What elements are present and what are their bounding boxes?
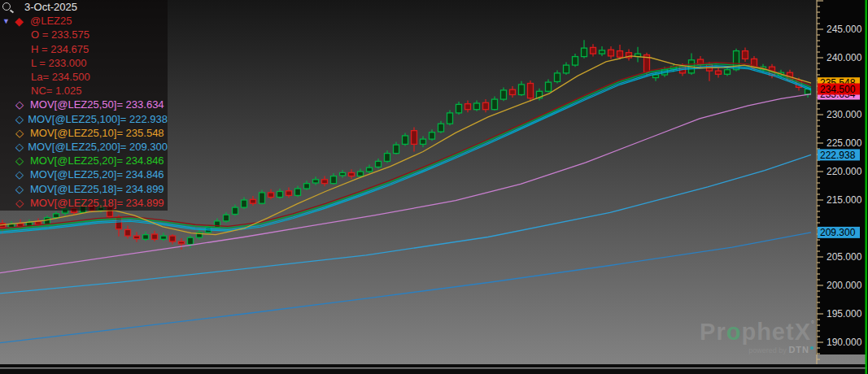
- study-diamond-icon: ◇: [15, 141, 28, 153]
- study-row[interactable]: ◇MOV[@LEZ25,20]= 234.846: [0, 167, 168, 181]
- study-label: MOV[@LEZ25,200]= 209.300: [28, 141, 168, 153]
- legend-symbol-row[interactable]: ▼ ◆ @LEZ25: [0, 14, 168, 28]
- study-row[interactable]: ◇MOV[@LEZ25,18]= 234.899: [0, 196, 168, 210]
- study-diamond-icon: ◇: [15, 127, 30, 139]
- axis-label: 225.000: [827, 137, 862, 149]
- svg-text:209.300: 209.300: [820, 227, 856, 238]
- study-label: MOV[@LEZ25,10]= 235.548: [30, 127, 164, 139]
- symbol-label: @LEZ25: [30, 15, 72, 27]
- study-row[interactable]: ◇MOV[@LEZ25,50]= 233.634: [0, 98, 168, 111]
- study-row[interactable]: ◇MOV[@LEZ25,100]= 222.938: [0, 112, 168, 126]
- study-row[interactable]: ◇MOV[@LEZ25,18]= 234.899: [0, 181, 168, 195]
- chart-window: 245.000240.000230.000225.000220.000215.0…: [0, 0, 868, 374]
- study-label: MOV[@LEZ25,18]= 234.899: [30, 183, 164, 195]
- ohlc-row: H = 234.675: [0, 42, 168, 56]
- svg-text:222.938: 222.938: [820, 150, 856, 161]
- legend-date-row: 3-Oct-2025: [0, 0, 168, 14]
- study-diamond-icon: ◇: [15, 168, 30, 180]
- study-label: MOV[@LEZ25,50]= 233.634: [30, 98, 164, 111]
- axis-label: 195.000: [827, 308, 862, 320]
- ohlc-row: NC= 1.025: [0, 84, 168, 98]
- study-diamond-icon: ◇: [15, 154, 30, 167]
- symbol-diamond-icon: ◆: [15, 15, 30, 28]
- axis-label: 205.000: [827, 251, 862, 263]
- brand-globe-icon: o: [726, 319, 742, 345]
- svg-text:234.500: 234.500: [820, 84, 856, 95]
- study-label: MOV[@LEZ25,100]= 222.938: [28, 113, 168, 125]
- zoom-tool-icon[interactable]: [2, 2, 11, 11]
- ohlc-readout: O = 233.575H = 234.675L = 233.000La= 234…: [0, 28, 168, 98]
- chart-legend: 3-Oct-2025 ▼ ◆ @LEZ25 O = 233.575H = 234…: [0, 0, 168, 211]
- session-date: 3-Oct-2025: [24, 1, 77, 13]
- study-diamond-icon: ◇: [15, 113, 28, 125]
- axis-label: 190.000: [827, 337, 862, 348]
- vendor-dot-icon: [810, 346, 813, 350]
- study-label: MOV[@LEZ25,18]= 234.899: [30, 197, 164, 209]
- study-diamond-icon: ◇: [15, 183, 30, 195]
- watermark-brand: ProphetX°: [693, 320, 815, 344]
- study-row[interactable]: ◇MOV[@LEZ25,10]= 235.548: [0, 126, 168, 140]
- watermark-vendor: powered by DTN: [693, 346, 813, 354]
- window-frame-edge: [866, 0, 867, 374]
- bottom-bar: [0, 364, 868, 374]
- study-readouts: ◇MOV[@LEZ25,50]= 233.634◇MOV[@LEZ25,100]…: [0, 98, 168, 210]
- study-label: MOV[@LEZ25,20]= 234.846: [30, 154, 164, 167]
- ohlc-row: O = 233.575: [0, 28, 168, 41]
- axis-label: 215.000: [827, 194, 862, 206]
- axis-label: 220.000: [827, 166, 862, 177]
- axis-label: 240.000: [827, 52, 862, 63]
- study-row[interactable]: ◇MOV[@LEZ25,20]= 234.846: [0, 154, 168, 167]
- axis-label: 230.000: [827, 109, 862, 120]
- study-diamond-icon: ◇: [15, 98, 30, 111]
- study-diamond-icon: ◇: [15, 197, 30, 209]
- study-label: MOV[@LEZ25,20]= 234.846: [30, 168, 164, 180]
- ohlc-row: La= 234.500: [0, 70, 168, 84]
- prophetx-watermark: ProphetX° powered by DTN: [693, 320, 815, 354]
- axis-label: 245.000: [827, 24, 862, 35]
- collapse-triangle-icon[interactable]: ▼: [2, 17, 15, 25]
- axis-label: 200.000: [827, 280, 862, 291]
- ohlc-row: L = 233.000: [0, 56, 168, 70]
- study-row[interactable]: ◇MOV[@LEZ25,200]= 209.300: [0, 140, 168, 154]
